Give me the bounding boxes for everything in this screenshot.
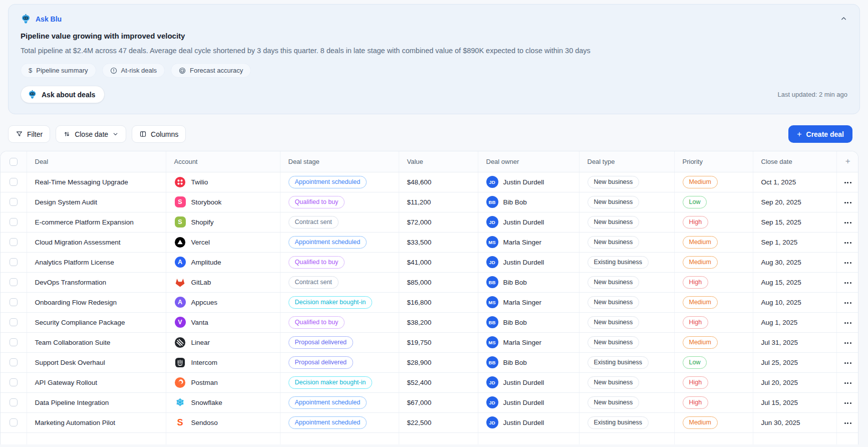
row-menu-button[interactable] — [841, 319, 855, 327]
deal-name: Analytics Platform License — [35, 259, 114, 266]
filter-button[interactable]: Filter — [8, 125, 50, 143]
close-date: Sep 20, 2025 — [761, 198, 801, 206]
owner-name: Marla Singer — [503, 299, 542, 306]
row-checkbox[interactable] — [10, 358, 18, 366]
deal-name: Real-Time Messaging Upgrade — [35, 178, 128, 186]
table-body: Real-Time Messaging Upgrade Twilio Appoi… — [1, 172, 858, 444]
row-menu-button[interactable] — [841, 339, 855, 347]
owner-name: Justin Durdell — [503, 178, 544, 186]
header-close-date[interactable]: Close date — [753, 151, 836, 172]
table-row-partial — [1, 432, 858, 444]
table-row[interactable]: Marketing Automation Pilot S Sendoso App… — [1, 412, 858, 432]
header-deal[interactable]: Deal — [27, 151, 166, 172]
row-menu-button[interactable] — [841, 419, 855, 427]
owner-avatar: BB — [486, 316, 498, 328]
row-checkbox[interactable] — [10, 198, 18, 206]
account-name: Appcues — [191, 299, 218, 306]
deal-value: $38,200 — [407, 319, 432, 326]
chip-forecast-accuracy[interactable]: Forecast accuracy — [171, 63, 251, 78]
row-menu-button[interactable] — [841, 218, 855, 227]
deal-name: Data Pipeline Integration — [35, 399, 109, 406]
row-menu-button[interactable] — [841, 259, 855, 267]
chip-at-risk-deals[interactable]: At-risk deals — [102, 63, 165, 78]
collapse-panel-button[interactable] — [838, 14, 848, 24]
row-menu-button[interactable] — [841, 379, 855, 387]
row-checkbox[interactable] — [10, 218, 18, 226]
deal-type-badge: New business — [588, 396, 640, 409]
chip-label: Pipeline summary — [36, 67, 88, 74]
table-row[interactable]: Cloud Migration Assessment Vercel Appoin… — [1, 232, 858, 252]
chip-pipeline-summary[interactable]: $ Pipeline summary — [21, 63, 96, 78]
row-menu-button[interactable] — [841, 178, 855, 186]
row-checkbox[interactable] — [10, 378, 18, 386]
deal-value: $41,000 — [407, 259, 432, 266]
row-checkbox[interactable] — [10, 298, 18, 306]
row-menu-button[interactable] — [841, 279, 855, 287]
table-row[interactable]: API Gateway Rollout Postman Decision mak… — [1, 372, 858, 392]
deal-type-badge: New business — [588, 336, 640, 349]
add-column-button[interactable]: + — [836, 151, 858, 172]
row-checkbox[interactable] — [10, 338, 18, 346]
account-logo: S — [174, 416, 186, 428]
owner-name: Bib Bob — [503, 359, 527, 366]
header-deal-stage[interactable]: Deal stage — [280, 151, 399, 172]
table-row[interactable]: Data Pipeline Integration ❄ Snowflake Ap… — [1, 392, 858, 412]
table-row[interactable]: DevOps Transformation GitLab Contract se… — [1, 272, 858, 292]
account-name: Linear — [191, 339, 210, 346]
table-row[interactable]: Support Desk Overhaul Intercom Proposal … — [1, 352, 858, 372]
table-row[interactable]: E-commerce Platform Expansion S Shopify … — [1, 212, 858, 232]
sort-button[interactable]: Close date — [56, 125, 126, 143]
owner-avatar: JD — [486, 176, 498, 188]
table-row[interactable]: Design System Audit S Storybook Qualifie… — [1, 192, 858, 212]
deal-type-badge: New business — [588, 316, 640, 329]
deal-value: $72,000 — [407, 218, 432, 226]
owner-name: Marla Singer — [503, 239, 542, 246]
deal-stage-badge: Appointment scheduled — [288, 176, 367, 188]
table-row[interactable]: Security Compliance Package V Vanta Qual… — [1, 312, 858, 332]
row-menu-button[interactable] — [841, 399, 855, 407]
deal-stage-badge: Decision maker bought-in — [288, 376, 373, 389]
row-checkbox[interactable] — [10, 398, 18, 406]
deals-table-card: Deal Account Deal stage Value Deal owner… — [0, 151, 858, 444]
close-date: Aug 15, 2025 — [761, 279, 801, 286]
owner-name: Bib Bob — [503, 279, 527, 286]
row-checkbox[interactable] — [10, 178, 18, 186]
last-updated-text: Last updated: 2 min ago — [778, 91, 848, 98]
header-value[interactable]: Value — [399, 151, 478, 172]
table-row[interactable]: Real-Time Messaging Upgrade Twilio Appoi… — [1, 172, 858, 192]
table-row[interactable]: Onboarding Flow Redesign A Appcues Decis… — [1, 292, 858, 312]
table-row[interactable]: Analytics Platform License A Amplitude Q… — [1, 252, 858, 272]
row-checkbox[interactable] — [10, 418, 18, 426]
priority-badge: High — [683, 276, 709, 289]
row-checkbox[interactable] — [10, 258, 18, 266]
header-deal-owner[interactable]: Deal owner — [478, 151, 579, 172]
ask-about-deals-button[interactable]: Ask about deals — [21, 86, 105, 103]
table-row[interactable]: Team Collaboration Suite Linear Proposal… — [1, 332, 858, 352]
close-date: Jul 25, 2025 — [761, 359, 798, 366]
header-deal-type[interactable]: Deal type — [579, 151, 674, 172]
row-checkbox[interactable] — [10, 278, 18, 286]
row-checkbox[interactable] — [10, 238, 18, 246]
select-all-checkbox[interactable] — [10, 158, 18, 166]
priority-badge: Low — [683, 356, 707, 369]
columns-button[interactable]: Columns — [132, 125, 186, 143]
row-menu-button[interactable] — [841, 198, 855, 206]
row-checkbox[interactable] — [10, 318, 18, 326]
account-logo — [174, 336, 186, 348]
priority-badge: Low — [683, 196, 707, 208]
priority-badge: Medium — [683, 416, 718, 429]
ellipsis-icon — [844, 318, 852, 325]
header-priority[interactable]: Priority — [674, 151, 753, 172]
ask-blu-title: Ask Blu — [36, 15, 62, 23]
row-menu-button[interactable] — [841, 239, 855, 247]
deal-type-badge: New business — [588, 196, 640, 208]
row-menu-button[interactable] — [841, 359, 855, 367]
columns-label: Columns — [151, 130, 178, 138]
create-deal-button[interactable]: + Create deal — [788, 125, 852, 143]
header-account[interactable]: Account — [166, 151, 280, 172]
deals-page: Ask Blu Pipeline value growing with impr… — [0, 0, 868, 447]
owner-avatar: JD — [486, 376, 498, 388]
ellipsis-icon — [844, 258, 852, 265]
table-toolbar: Filter Close date Columns + Create — [8, 125, 852, 143]
row-menu-button[interactable] — [841, 299, 855, 307]
